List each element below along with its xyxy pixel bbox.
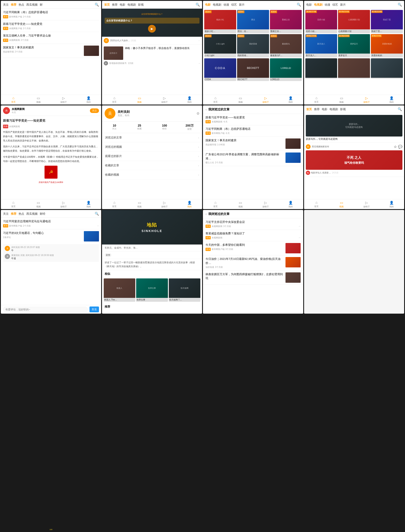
movie-card-beckett[interactable]: BECKETT BECKETT — [237, 58, 269, 81]
comment-input[interactable] — [3, 307, 88, 312]
nav-tuijian-9[interactable]: 推荐 — [11, 212, 16, 216]
nav-new-3[interactable]: 新片 — [239, 3, 245, 7]
bottom-nav-home[interactable]: ⌂ 首页 — [1, 96, 26, 104]
bottom-nav-mine-8[interactable]: 👤 我的 — [379, 201, 404, 208]
nav-xigua[interactable]: 西瓜视频 — [26, 3, 38, 7]
bottom-nav-home-8[interactable]: ⌂ 首页 — [304, 201, 329, 208]
nav-redian-9[interactable]: 热点 — [19, 212, 24, 216]
search-icon-8[interactable]: 🔍 — [398, 107, 402, 111]
nav-movie-3[interactable]: 电影 — [205, 3, 211, 7]
more-icon[interactable]: ··· — [198, 39, 200, 42]
similar-3[interactable]: 惊天核网 惊天核网 T… — [169, 279, 201, 302]
bottom-nav-cinema[interactable]: ▷ 放映厅 — [51, 96, 76, 104]
bottom-nav-cinema-7[interactable]: ▷ 放映厅 — [253, 201, 278, 208]
more-icon-2[interactable]: ··· — [199, 62, 200, 65]
bottom-nav-mine-6[interactable]: 👤 我的 — [177, 201, 202, 208]
nav-tv-8[interactable]: 电视剧 — [330, 107, 338, 111]
nav-movie-4[interactable]: 电影 — [306, 3, 312, 7]
search-icon-2[interactable]: 🔍 — [196, 3, 200, 7]
movie-card-5[interactable]: 我的英雄 高清4K 我的英雄… — [237, 34, 269, 57]
nc-news-2[interactable]: 习近平的3次天地通话，句句暖心 2条评论 — [3, 229, 99, 243]
search-icon-4[interactable]: 🔍 — [398, 3, 402, 7]
nc-news-1[interactable]: 习近平同斐济总理姆拜尼马拉马通电话 置顶 新华网客户端 2个月前 ··· — [3, 218, 99, 229]
bottom-nav-cinema-4[interactable]: ▷ 放映厅 — [354, 96, 379, 104]
bottom-nav-mine-3[interactable]: 👤 我的 — [278, 96, 303, 104]
search-icon[interactable]: 🔍 — [95, 3, 99, 7]
bottom-nav-cinema-3[interactable]: ▷ 放映厅 — [253, 96, 278, 104]
nav-tuijian-2[interactable]: 推荐 — [112, 3, 118, 7]
tv-card-8[interactable] — [338, 58, 370, 79]
bottom-nav-video[interactable]: ▭ 视频 — [26, 96, 51, 104]
nav-cai[interactable]: 财 — [40, 3, 43, 7]
nav-variety-4[interactable]: 综艺 — [332, 3, 338, 7]
nav-movie-2[interactable]: 电影 — [120, 3, 125, 7]
video-item-2[interactable]: 战争影片 神枪：傻小子杀男子狙击手，联合狙击手，直接惊动首长 影 影视版权授权账… — [102, 45, 202, 67]
star-icon[interactable]: ☆ — [394, 145, 397, 149]
settings-icon[interactable]: ⚙ — [196, 112, 199, 116]
similar-2[interactable]: 热带往事 热带往事 — [136, 279, 168, 302]
tv-card-9[interactable] — [371, 58, 403, 79]
ah2-item-3[interactable]: 今天的中国，多希望你们能看到 置顶 新华网客户端 3个月前 — [203, 241, 303, 255]
send-button[interactable]: 发送 — [89, 306, 99, 312]
ah2-item-4[interactable]: 今日油价｜2021年7月10日最新92,95汽油、柴油价格(后天油价… 油价知道… — [203, 255, 303, 270]
menu-browsed-articles[interactable]: 浏览过的文章 › — [102, 133, 202, 142]
bottom-nav-mine-2[interactable]: 👤 我的 — [177, 96, 202, 104]
nav-redian[interactable]: 热点 — [19, 3, 24, 7]
bottom-nav-mine-5[interactable]: 👤 我的 — [76, 201, 101, 208]
animal-video-item[interactable]: 瑟瑟马抖...它到底是马还是狗 瑟瑟马抖..., 它到底是马还是狗 — [304, 113, 404, 143]
bottom-nav-home-2[interactable]: ⌂ 首页 — [102, 96, 127, 104]
nav-guanzhu-9[interactable]: 关注 — [3, 212, 9, 216]
tv-card-7[interactable] — [305, 58, 337, 79]
nav-movie-8[interactable]: 电影 — [322, 107, 327, 111]
movie-card-3[interactable]: 娶婿之吉 高清4K 娶婿之吉… — [270, 10, 302, 33]
movie-card-6[interactable]: 极速复仇 高清4K 极速复仇F… — [270, 34, 302, 57]
nav-film-8[interactable]: 影视 — [340, 107, 346, 111]
bottom-nav-home-4[interactable]: ⌂ 首页 — [304, 96, 329, 104]
tv-card-2[interactable]: 心跳测量计划 第37集/共42集 心跳测量计划 — [338, 10, 370, 33]
tv-card-4[interactable]: 新天龙八 第66集/共50集 新天龙八… — [305, 34, 337, 57]
news-item-1[interactable]: 习近平同刚果（布）总统萨苏通电话 置顶 新华网客户端 2个月前 — [3, 9, 99, 20]
bottom-nav-cinema-2[interactable]: ▷ 放映厅 — [152, 96, 177, 104]
bottom-nav-home-7[interactable]: ⌂ 首页 — [203, 201, 228, 208]
bottom-nav-video-2[interactable]: ▭ 视频 — [127, 96, 152, 104]
video-hero[interactable]: 众生皆苦的根源是什么？ 众生皆苦的根源是什么？ ▶ — [102, 9, 202, 37]
bottom-nav-video-3[interactable]: ▭ 视频 — [228, 96, 253, 104]
tv-card-6[interactable]: 亲爱的爸妈 第9集/共43集 亲爱的爸妈 — [371, 34, 403, 57]
nav-anime-3[interactable]: 动漫 — [223, 3, 229, 7]
nav-tv-2[interactable]: 电视剧 — [128, 3, 136, 7]
bottom-nav-mine-7[interactable]: 👤 我的 — [278, 201, 303, 208]
tv-card-5[interactable]: 逐梦蓝天 第27集/共38集 逐梦蓝天 — [338, 34, 370, 57]
nav-film-2[interactable]: 影视 — [138, 3, 144, 7]
nav-home-2[interactable]: 首页 — [104, 3, 110, 7]
movie-card-2[interactable]: 诱法 高清4K 诱法：在… — [237, 10, 269, 33]
nav-tuijian-8[interactable]: 推荐 — [314, 107, 320, 111]
bottom-nav-video-4[interactable]: ▭ 视频 — [329, 96, 354, 104]
news-item-3[interactable]: 落实立德树人任务，习近平要求这么做 置顶 央视网新闻 2个月前 — [3, 32, 99, 44]
comment-icon[interactable]: 💬 — [398, 145, 402, 149]
movie-card-1[interactable]: 狐妖小红 高清4K 狐妖小红… — [204, 10, 236, 33]
nav-tuijian[interactable]: 推荐 — [11, 3, 16, 7]
similar-1[interactable]: 铁面人 铁面人 The… — [104, 279, 135, 302]
bottom-nav-mine-4[interactable]: 👤 我的 — [379, 96, 404, 104]
ah2-item-1[interactable]: 习近平主持召开中央深改委会议 置顶 央视网新闻 3个月前 ··· — [203, 218, 303, 230]
nav-home-8[interactable]: 首页 — [306, 107, 312, 111]
nav-tv-4[interactable]: 电视剧 — [314, 3, 323, 7]
nav-variety-3[interactable]: 综艺 — [231, 3, 237, 7]
nav-guanzhu[interactable]: 关注 — [3, 3, 9, 7]
back-icon[interactable]: ‹ — [206, 107, 207, 112]
article-history-1[interactable]: 跟着习近平学党史——知史爱党 置顶 央视网新闻 今天 — [203, 114, 303, 125]
nav-anime-4[interactable]: 动漫 — [325, 3, 330, 7]
play-button[interactable]: ▶ — [148, 25, 156, 33]
bottom-nav-cinema-5[interactable]: ▷ 放映厅 — [51, 201, 76, 208]
bottom-nav-home-3[interactable]: ⌂ 首页 — [203, 96, 228, 104]
movie-card-4[interactable]: 小光 Light 高清4K 小光 Light — [204, 34, 236, 57]
more-dots-9[interactable]: ··· — [97, 225, 99, 227]
menu-saved-videos[interactable]: 收藏的视频 › — [102, 170, 202, 180]
tv-card-1[interactable]: 花府小姐 第12集/共74集 花府小姐… — [305, 10, 337, 33]
news-item-4[interactable]: 国家发文！事关农村建房 燕赵都市报 2个月前 — [3, 44, 99, 58]
follow-button[interactable]: 关注 — [90, 108, 99, 113]
bottom-nav-video-8[interactable]: ▭ 视频 — [329, 201, 354, 208]
menu-browsed-videos[interactable]: 浏览过的视频 › — [102, 142, 202, 152]
menu-watched-movies[interactable]: 观看过的影片 › — [102, 152, 202, 161]
ah2-item-5[interactable]: 林彪坐拥百万大军，为何图四师援秘打狐狸第2，左膀右臂用到坑 — [203, 271, 303, 285]
